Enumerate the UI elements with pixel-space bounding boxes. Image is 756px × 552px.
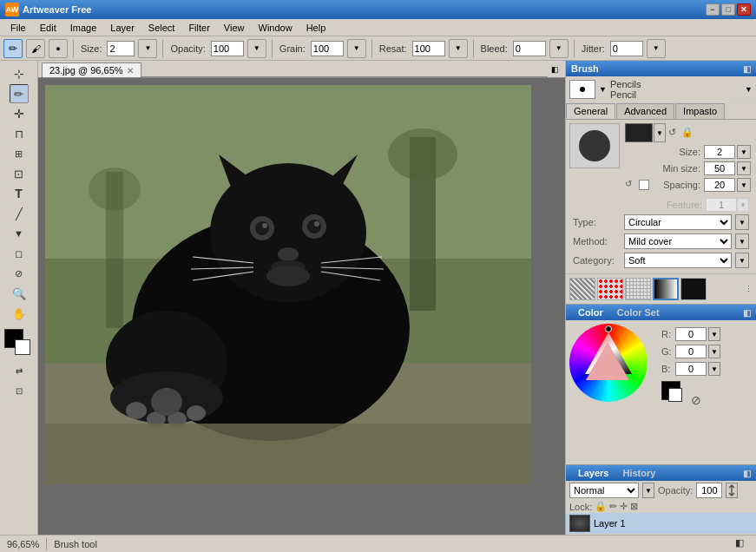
menu-select[interactable]: Select — [141, 21, 182, 35]
opacity-control-btn[interactable] — [726, 483, 738, 498]
opacity-dropdown-button[interactable]: ▼ — [247, 39, 266, 58]
minimize-button[interactable]: − — [706, 3, 720, 16]
color-tab-color[interactable]: Color — [571, 306, 610, 319]
shape-dropdown-button[interactable]: ▼ — [654, 123, 666, 142]
canvas-tab[interactable]: 23.jpg @ 96,65% ✕ — [42, 62, 141, 77]
color-panel-options-icon[interactable]: ◧ — [743, 308, 751, 318]
g-dropdown[interactable]: ▼ — [708, 345, 720, 358]
blend-mode-dropdown-btn[interactable]: ▼ — [642, 483, 654, 498]
method-dropdown-btn[interactable]: ▼ — [735, 233, 749, 249]
menu-help[interactable]: Help — [299, 21, 333, 35]
status-options-button[interactable]: ◧ — [735, 537, 749, 551]
preset-thumb-1[interactable] — [569, 278, 595, 300]
resat-input[interactable] — [412, 41, 445, 56]
size-input[interactable] — [107, 41, 135, 56]
b-input[interactable] — [675, 362, 707, 376]
menu-edit[interactable]: Edit — [33, 21, 63, 35]
hue-indicator[interactable] — [605, 325, 612, 332]
resat-dropdown-button[interactable]: ▼ — [449, 39, 468, 58]
menu-view[interactable]: View — [217, 21, 252, 35]
menu-filter[interactable]: Filter — [181, 21, 216, 35]
min-size-dropdown[interactable]: ▼ — [737, 161, 751, 175]
category-dropdown-btn[interactable]: ▼ — [735, 253, 749, 268]
brush-variant-button[interactable]: 🖌 — [26, 39, 45, 58]
preset-thumb-5[interactable] — [680, 278, 707, 300]
preset-thumb-4[interactable] — [653, 278, 679, 300]
menu-layer[interactable]: Layer — [103, 21, 141, 35]
bleed-dropdown-button[interactable]: ▼ — [549, 39, 569, 58]
close-button[interactable]: ✕ — [737, 3, 751, 16]
layers-tab[interactable]: Layers — [571, 466, 615, 480]
text-tool[interactable]: T — [10, 184, 29, 203]
category-select[interactable]: Soft Hard Airbrush — [624, 253, 732, 268]
swap-colors-button[interactable]: ⇄ — [10, 361, 29, 380]
eyedropper-icon[interactable]: ⊘ — [691, 393, 701, 407]
selection-tool[interactable]: ⊹ — [10, 64, 29, 83]
lock-transparency-icon[interactable]: 🔒 — [595, 501, 607, 512]
brush-size-dropdown[interactable]: ▼ — [737, 145, 751, 159]
lock-move-icon[interactable]: ✛ — [620, 501, 628, 512]
color-tab-colorset[interactable]: Color Set — [610, 306, 667, 319]
brush-size-input[interactable] — [704, 145, 735, 159]
spacing-input[interactable] — [704, 178, 735, 192]
smudge-tool[interactable]: ⊘ — [10, 264, 29, 283]
brush-small-dropdown[interactable]: ▼ — [599, 85, 607, 94]
canvas-area[interactable] — [38, 78, 565, 535]
type-select[interactable]: Circular Flat Custom — [624, 214, 732, 230]
color-wheel[interactable] — [569, 324, 648, 402]
grain-input[interactable] — [311, 41, 344, 56]
spacing-dropdown[interactable]: ▼ — [737, 178, 751, 192]
brush-panel-options-icon[interactable]: ◧ — [743, 64, 751, 74]
preset-thumb-2[interactable] — [597, 278, 623, 300]
bucket-tool[interactable]: ▼ — [10, 224, 29, 243]
jitter-input[interactable] — [610, 41, 643, 56]
layers-panel-options-icon[interactable]: ◧ — [743, 469, 751, 478]
brush-name-dropdown[interactable]: ▼ — [745, 85, 753, 94]
preset-thumb-3[interactable] — [625, 278, 651, 300]
background-color-swatch[interactable] — [15, 339, 30, 355]
eraser-tool[interactable]: ◻ — [10, 244, 29, 263]
r-dropdown[interactable]: ▼ — [708, 327, 720, 341]
history-tab[interactable]: History — [615, 466, 662, 480]
g-input[interactable] — [675, 345, 707, 358]
tab-advanced[interactable]: Advanced — [616, 103, 674, 119]
canvas-tab-close[interactable]: ✕ — [127, 66, 134, 76]
pan-tool[interactable]: ✋ — [10, 304, 29, 323]
default-colors-button[interactable]: ⊡ — [10, 381, 29, 400]
min-size-input[interactable] — [704, 161, 735, 175]
menu-file[interactable]: File — [3, 21, 33, 35]
size-dropdown-button[interactable]: ▼ — [138, 39, 157, 58]
tab-general[interactable]: General — [566, 103, 615, 119]
move-tool[interactable]: ✛ — [10, 104, 29, 123]
background-swatch[interactable] — [668, 388, 682, 402]
b-dropdown[interactable]: ▼ — [708, 362, 720, 376]
spacing-refresh-button[interactable]: ↺ — [625, 179, 637, 191]
grain-dropdown-button[interactable]: ▼ — [347, 39, 366, 58]
type-dropdown-btn[interactable]: ▼ — [735, 214, 749, 230]
tab-impasto[interactable]: Impasto — [675, 103, 725, 119]
zoom-tool[interactable]: 🔍 — [10, 284, 29, 303]
presets-options-button[interactable]: ⋮ — [745, 278, 753, 300]
line-tool[interactable]: ╱ — [10, 204, 29, 223]
lock-all-icon[interactable]: ⊠ — [630, 501, 638, 512]
bleed-input[interactable] — [513, 41, 546, 56]
layer-row-1[interactable]: Layer 1 — [566, 513, 756, 534]
maximize-button[interactable]: □ — [721, 3, 735, 16]
menu-window[interactable]: Window — [252, 21, 299, 35]
brush-option-button[interactable]: ● — [49, 39, 68, 58]
canvas-options-button[interactable]: ◧ — [548, 62, 562, 77]
method-select[interactable]: Mild cover Full cover Buildup — [624, 233, 732, 249]
grid-tool[interactable]: ⊡ — [10, 164, 29, 183]
spacing-lock-checkbox[interactable] — [639, 180, 649, 190]
crop-tool[interactable]: ⊞ — [10, 144, 29, 163]
blend-mode-select[interactable]: Normal Multiply Screen Overlay — [569, 483, 639, 498]
jitter-dropdown-button[interactable]: ▼ — [647, 39, 666, 58]
pencil-tool-button[interactable]: ✏ — [3, 39, 23, 58]
refresh-shape-button[interactable]: ↺ — [668, 127, 680, 139]
lock-shape-button[interactable]: 🔒 — [681, 127, 694, 139]
opacity-input[interactable] — [696, 483, 722, 498]
r-input[interactable] — [675, 327, 707, 341]
menu-image[interactable]: Image — [63, 21, 104, 35]
brush-tool[interactable]: ✏ — [10, 84, 29, 103]
lock-paint-icon[interactable]: ✏ — [609, 501, 617, 512]
